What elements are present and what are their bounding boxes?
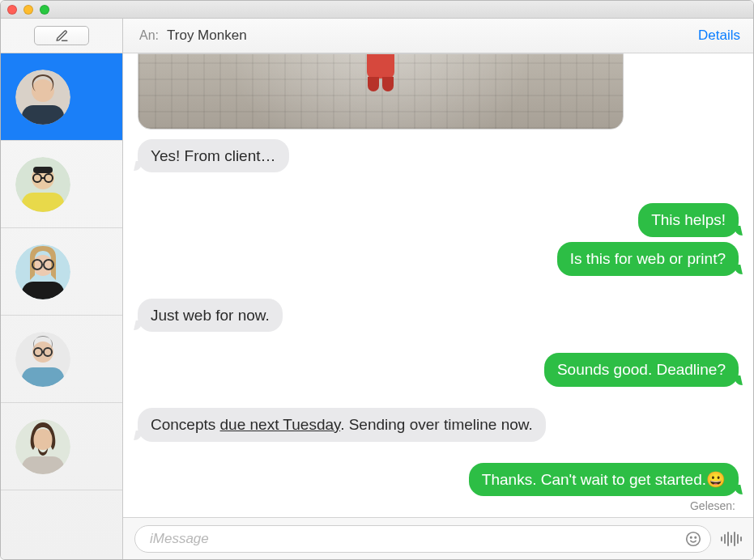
- close-window-button[interactable]: [7, 5, 17, 15]
- conversation-list[interactable]: [1, 53, 122, 559]
- message-text-fragment: . Sending over timeline now.: [340, 416, 533, 433]
- svg-rect-11: [22, 193, 64, 212]
- svg-point-14: [32, 255, 53, 276]
- svg-rect-3: [22, 105, 64, 125]
- conversation-item[interactable]: [1, 228, 122, 316]
- minimize-window-button[interactable]: [23, 5, 33, 15]
- to-label: An:: [139, 28, 159, 43]
- conversation-item[interactable]: [1, 53, 122, 141]
- svg-rect-17: [22, 282, 64, 299]
- svg-point-29: [687, 532, 701, 545]
- message-row: Sounds good. Deadline?: [138, 353, 739, 387]
- window-controls: [7, 5, 49, 15]
- conversation-header: An: Troy Monken Details: [123, 19, 753, 53]
- svg-point-31: [695, 537, 696, 537]
- message-row: Concepts due next Tuesday. Sending over …: [138, 408, 739, 442]
- audio-message-button[interactable]: [719, 527, 743, 551]
- message-input[interactable]: [148, 530, 681, 548]
- message-row: Just web for now.: [138, 299, 739, 333]
- messages-window: An: Troy Monken Details Yes! From client…: [0, 0, 754, 560]
- svg-rect-24: [22, 367, 64, 387]
- emoji-button[interactable]: [681, 527, 705, 551]
- message-bubble-outgoing[interactable]: Thanks. Can't wait to get started.😀: [469, 463, 739, 497]
- conversation-sidebar: [1, 19, 123, 559]
- svg-point-27: [32, 429, 53, 450]
- svg-point-30: [691, 537, 692, 537]
- avatar: [15, 157, 70, 212]
- waveform-icon: [720, 530, 743, 548]
- message-row: This helps!: [138, 203, 739, 237]
- message-row: Yes! From client…: [138, 139, 739, 173]
- conversation-item[interactable]: [1, 403, 122, 490]
- message-bubble-incoming[interactable]: Concepts due next Tuesday. Sending over …: [138, 408, 546, 442]
- titlebar[interactable]: [1, 1, 753, 19]
- conversation-item[interactable]: [1, 141, 122, 228]
- message-bubble-outgoing[interactable]: Sounds good. Deadline?: [544, 353, 739, 387]
- recipient-name[interactable]: Troy Monken: [167, 28, 247, 44]
- message-bubble-outgoing[interactable]: This helps!: [638, 203, 739, 237]
- detected-date-link[interactable]: due next Tuesday: [220, 416, 341, 433]
- message-bubble-incoming[interactable]: Yes! From client…: [138, 139, 289, 173]
- avatar: [15, 332, 70, 387]
- svg-point-2: [32, 79, 54, 102]
- conversation-item[interactable]: [1, 316, 122, 403]
- details-button[interactable]: Details: [698, 28, 740, 44]
- avatar: [15, 419, 70, 474]
- input-bar: [123, 517, 753, 559]
- message-row: Is this for web or print?: [138, 242, 739, 276]
- message-field[interactable]: [134, 525, 711, 553]
- svg-rect-7: [33, 167, 53, 173]
- compose-row: [1, 19, 122, 53]
- message-bubble-outgoing[interactable]: Is this for web or print?: [557, 242, 739, 276]
- avatar: [15, 70, 70, 125]
- avatar: [15, 244, 70, 299]
- message-text-fragment: Concepts: [151, 416, 220, 433]
- zoom-window-button[interactable]: [40, 5, 49, 15]
- message-bubble-incoming[interactable]: Just web for now.: [138, 299, 283, 333]
- svg-rect-28: [22, 456, 64, 474]
- compose-button[interactable]: [34, 26, 89, 45]
- conversation-view: An: Troy Monken Details Yes! From client…: [123, 19, 753, 559]
- window-body: An: Troy Monken Details Yes! From client…: [1, 19, 753, 559]
- compose-icon: [55, 29, 69, 43]
- read-receipt: Gelesen:: [690, 499, 735, 512]
- smiley-icon: [684, 530, 702, 548]
- image-attachment[interactable]: [138, 53, 624, 129]
- message-row: Thanks. Can't wait to get started.😀: [138, 463, 739, 497]
- transcript[interactable]: Yes! From client… This helps! Is this fo…: [123, 53, 753, 517]
